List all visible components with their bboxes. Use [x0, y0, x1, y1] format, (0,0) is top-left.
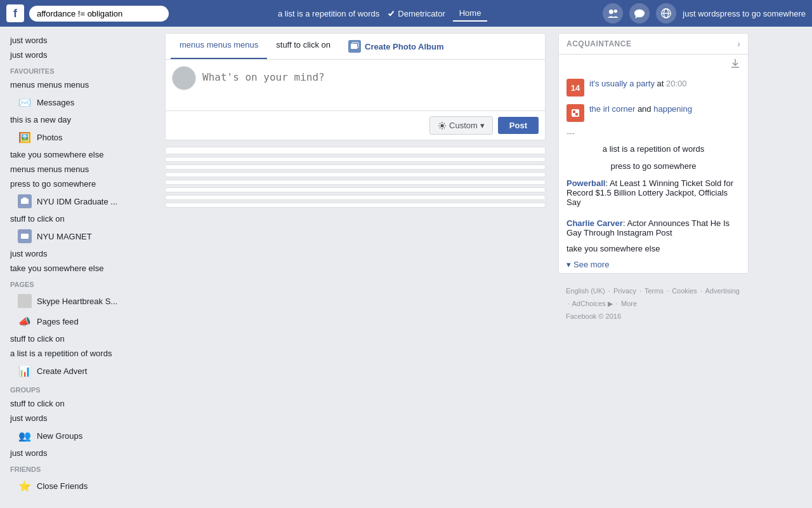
feed-item-8 — [165, 203, 546, 208]
messages-icon[interactable] — [629, 3, 650, 23]
footer-more[interactable]: More — [621, 300, 637, 307]
demetricator-toggle[interactable]: Demetricator — [387, 9, 445, 18]
create-album-button[interactable]: Create Photo Album — [339, 34, 452, 59]
photos-label: Photos — [37, 133, 62, 142]
footer-advertising[interactable]: Advertising — [705, 287, 739, 295]
sidebar-menus-link[interactable]: menus menus menus — [0, 77, 159, 92]
sidebar-item-create-advert[interactable]: 📊 Create Advert — [0, 361, 159, 381]
news-title-1[interactable]: Powerball — [566, 178, 605, 188]
event-happening-link[interactable]: happening — [653, 104, 692, 114]
post-button[interactable]: Post — [498, 117, 539, 134]
composer-footer: Custom ▾ Post — [166, 110, 545, 140]
feed-item-4 — [165, 172, 546, 177]
acquaintance-arrow-icon[interactable]: › — [737, 39, 740, 49]
svg-point-1 — [614, 10, 617, 13]
composer-tab-photo[interactable]: stuff to click on — [267, 34, 339, 59]
sidebar-stuff-click-3[interactable]: stuff to click on — [0, 396, 159, 411]
news-item-2: Charlie Carver: Actor Announces That He … — [559, 215, 748, 241]
composer-tab-status[interactable]: menus menus menus — [171, 34, 267, 59]
footer-adchoices[interactable]: AdChoices ▶ — [572, 300, 613, 307]
see-more-button[interactable]: ▾ See more — [559, 256, 748, 273]
friends-title: FRIENDS — [0, 460, 159, 476]
pages-feed-label: Pages feed — [37, 317, 79, 326]
main-feed: menus menus menus stuff to click on Crea… — [159, 27, 552, 508]
sidebar-take-somewhere[interactable]: take you somewhere else — [0, 147, 159, 162]
sidebar-list-repetition[interactable]: a list is a repetition of words — [0, 346, 159, 361]
sidebar-item-photos[interactable]: 🖼️ Photos — [0, 127, 159, 147]
event-item-1: 14 it's usually a party at 20:00 — [559, 75, 748, 100]
see-more-label: See more — [573, 260, 609, 269]
topbar: f a list is a repetition of words Demetr… — [0, 0, 812, 27]
sidebar-take-somewhere-2[interactable]: take you somewhere else — [0, 261, 159, 276]
acquaintance-title: ACQUAINTANCE — [566, 39, 631, 48]
ticker-line-1: a list is a repetition of words — [559, 140, 748, 157]
footer-english[interactable]: English (UK) — [566, 287, 605, 295]
sidebar-press-go[interactable]: press to go somewhere — [0, 177, 159, 191]
event-time-prefix: at — [657, 79, 666, 88]
messages-label: Messages — [37, 98, 74, 107]
new-groups-label: New Groups — [37, 431, 82, 441]
composer-input[interactable] — [202, 66, 539, 100]
event-irl-link[interactable]: the irl corner — [589, 104, 635, 114]
custom-chevron: ▾ — [480, 121, 485, 130]
topbar-nav-icons — [603, 3, 676, 23]
sidebar-just-words-3[interactable]: just words — [0, 246, 159, 261]
feed-item-2 — [165, 157, 546, 162]
event-time-1: 20:00 — [666, 79, 687, 88]
close-friends-label: Close Friends — [37, 481, 88, 491]
sidebar-item-messages[interactable]: ✉️ Messages — [0, 92, 159, 112]
sidebar-item-new-groups[interactable]: 👥 New Groups — [0, 425, 159, 446]
svg-rect-9 — [21, 234, 29, 239]
composer-tabs: menus menus menus stuff to click on Crea… — [166, 34, 545, 60]
sidebar-stuff-click[interactable]: stuff to click on — [0, 211, 159, 226]
event-text-2: the irl corner and happening — [589, 104, 692, 114]
album-icon — [348, 40, 361, 53]
create-advert-label: Create Advert — [37, 366, 88, 376]
download-icon[interactable] — [559, 55, 748, 75]
sidebar-link-just-words-2[interactable]: just words — [0, 48, 159, 62]
messages-sidebar-icon: ✉️ — [18, 95, 32, 109]
footer-cookies[interactable]: Cookies — [672, 287, 697, 295]
feed-item-6 — [165, 187, 546, 192]
sidebar: just words just words FAVOURITES menus m… — [0, 27, 159, 508]
footer-terms[interactable]: Terms — [645, 287, 664, 295]
close-friends-icon: ⭐ — [18, 479, 32, 493]
sidebar-item-close-friends[interactable]: ⭐ Close Friends — [0, 476, 159, 496]
nyu-magnet-icon — [18, 229, 32, 243]
event-badge-1: 14 — [566, 79, 584, 97]
event-badge-2 — [566, 104, 584, 122]
sidebar-item-nyu-idm[interactable]: NYU IDM Graduate ... — [0, 191, 159, 211]
friends-icon[interactable] — [603, 3, 623, 23]
svg-point-0 — [609, 10, 613, 14]
sidebar-stuff-click-2[interactable]: stuff to click on — [0, 331, 159, 346]
news-title-2[interactable]: Charlie Carver — [566, 218, 623, 228]
sidebar-menus-2[interactable]: menus menus menus — [0, 162, 159, 177]
globe-icon[interactable] — [656, 3, 676, 23]
sidebar-link-just-words-1[interactable]: just words — [0, 33, 159, 48]
composer-box: menus menus menus stuff to click on Crea… — [165, 33, 546, 140]
sidebar-item-pages-feed[interactable]: 📣 Pages feed — [0, 311, 159, 331]
sidebar-item-skype[interactable]: Skype Heartbreak S... — [0, 291, 159, 311]
custom-button[interactable]: Custom ▾ — [429, 116, 493, 135]
footer-copyright: Facebook © 2016 — [566, 311, 741, 323]
feed-item-1 — [165, 147, 546, 154]
ticker-line-2: press to go somewhere — [559, 157, 748, 175]
home-tab[interactable]: Home — [453, 6, 488, 22]
composer-body — [166, 60, 545, 110]
acquaintance-header: ACQUAINTANCE › — [559, 34, 748, 55]
sidebar-just-words-4[interactable]: just words — [0, 411, 159, 425]
search-input[interactable] — [29, 6, 169, 22]
sidebar-new-day[interactable]: this is a new day — [0, 112, 159, 127]
photos-sidebar-icon: 🖼️ — [18, 130, 32, 144]
right-sidebar: ACQUAINTANCE › 14 it's usually a party a… — [552, 27, 755, 508]
facebook-logo[interactable]: f — [6, 4, 24, 22]
pages-feed-icon: 📣 — [18, 314, 32, 328]
event-party-link[interactable]: it's usually a party — [589, 79, 655, 88]
feed-item-7 — [165, 195, 546, 200]
sidebar-item-nyu-magnet[interactable]: NYU MAGNET — [0, 226, 159, 246]
demetricator-checkbox[interactable] — [387, 10, 395, 18]
topbar-center: a list is a repetition of words Demetric… — [169, 6, 596, 22]
right-plain-text: take you somewhere else — [559, 241, 748, 256]
footer-privacy[interactable]: Privacy — [613, 287, 636, 295]
sidebar-just-words-5[interactable]: just words — [0, 446, 159, 460]
